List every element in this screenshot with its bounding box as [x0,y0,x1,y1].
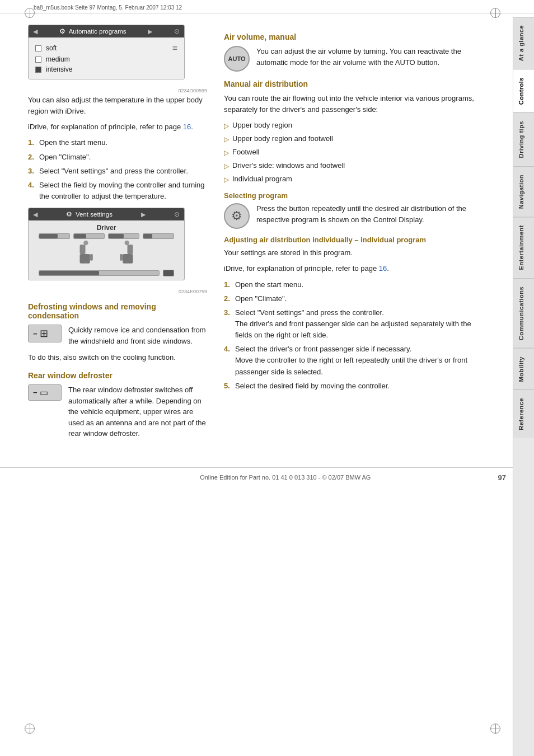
air-item-2: ▷ Upper body region and footwell [224,133,485,144]
prog-label-intensive: intensive [46,65,72,73]
selecting-program-icon-row: ⚙ Press the button repeatedly until the … [224,203,485,229]
page-link-16-top[interactable]: 16 [183,123,191,131]
sidebar-tab-driving-tips[interactable]: Driving tips [513,112,534,166]
adjusting-heading: Adjusting air distribution individually … [224,236,485,244]
vent-nav-arrow-left: ◀ [33,211,38,218]
intro-text: You can also adjust the temperature in t… [28,95,207,117]
svg-rect-4 [123,254,133,264]
left-column: ◀ ⚙ Automatic programs ▶ ⊙ soft ≡ [28,25,207,445]
page-wrapper: ba8_m5us.book Seite 97 Montag, 5. Februa… [0,0,534,756]
air-item-4: ▷ Driver's side: windows and footwell [224,160,485,171]
vent-slider-4[interactable] [143,233,174,239]
air-volume-text: You can adjust the air volume by turning… [256,46,485,68]
adjusting-step-4: 4. Select the driver's or front passenge… [224,344,485,377]
svg-rect-0 [80,254,90,264]
auto-programs-screen: ◀ ⚙ Automatic programs ▶ ⊙ soft ≡ [28,25,185,79]
prog-label-medium: medium [46,55,70,63]
adjusting-step-5: 5. Select the desired field by moving th… [224,381,485,392]
vent-slider-1[interactable] [39,233,70,239]
manual-air-intro: You can route the air flowing out into t… [224,93,485,115]
auto-programs-header: ◀ ⚙ Automatic programs ▶ ⊙ [29,25,184,37]
vent-slider-5[interactable] [39,270,159,276]
vent-settings-body: Driver [29,220,184,280]
adjusting-intro2: iDrive, for explanation of principle, re… [224,263,485,274]
sidebar-tab-communications[interactable]: Communications [513,278,534,348]
seat-figures [76,240,137,268]
step-2-left: 2. Open "Climate". [28,152,207,163]
crosshair-bl [25,724,35,734]
selecting-program-heading: Selecting program [224,191,485,200]
rear-defroster-icon-row: − ▭ The rear window defroster switches o… [28,384,207,439]
sidebar-tab-mobility[interactable]: Mobility [513,348,534,390]
page-number: 97 [498,473,506,482]
file-info: ba8_m5us.book Seite 97 Montag, 5. Februa… [0,0,534,13]
air-volume-icon-row: AUTO You can adjust the air volume by tu… [224,46,485,72]
selecting-program-text: Press the button repeatedly until the de… [256,203,485,225]
prog-label-soft: soft [46,44,57,52]
svg-rect-3 [90,254,93,261]
defrosting-extra-text: To do this, also switch on the cooling f… [28,352,207,363]
sidebar-tab-navigation[interactable]: Navigation [513,166,534,217]
vent-nav-arrow-right: ▶ [141,211,146,218]
auto-programs-body: soft ≡ medium intensive [29,37,184,79]
adjusting-step-3: 3. Select "Vent settings" and press the … [224,307,485,341]
rear-defroster-heading: Rear window defroster [28,371,207,380]
defrosting-icon-row: − ⊞ Quickly remove ice and condensation … [28,325,207,346]
checkbox-soft[interactable] [35,45,41,51]
image-label-2: 0234E00759 [28,289,207,294]
vent-settings-title: Vent settings [76,211,113,218]
vent-control-block [163,270,174,276]
main-content: ◀ ⚙ Automatic programs ▶ ⊙ soft ≡ [0,13,513,456]
sidebar-tab-entertainment[interactable]: Entertainment [513,217,534,278]
defrosting-text: Quickly remove ice and condensation from… [68,325,207,346]
vent-slider-2[interactable] [73,233,105,239]
auto-label: AUTO [228,55,246,62]
defrosting-heading: Defrosting windows and removing condensa… [28,302,207,320]
adjusting-intro1: Your settings are stored in this program… [224,247,485,259]
page-footer: Online Edition for Part no. 01 41 0 013 … [0,467,534,493]
rear-minus: − [33,388,38,397]
vent-slider-3[interactable] [108,233,139,239]
steps-list-left: 1. Open the start menu. 2. Open "Climate… [28,137,207,202]
prog-item-soft: soft ≡ [35,42,177,54]
crosshair-br [490,724,500,734]
svg-point-2 [83,241,88,245]
rear-defroster-icon: − ▭ [28,384,62,401]
footer-copyright: Online Edition for Part no. 01 41 0 013 … [200,474,371,481]
prog-item-intensive: intensive [35,64,177,74]
vent-settings-screen: ◀ ⚙ Vent settings ▶ ⊙ Driver [28,208,185,280]
defrost-grid-icon: ⊞ [40,327,48,340]
step-1-left: 1. Open the start menu. [28,137,207,148]
gear-icon: ⚙ [59,27,65,35]
svg-rect-1 [80,245,86,255]
svg-point-6 [125,241,129,245]
svg-rect-7 [120,254,123,261]
air-item-5: ▷ Individual program [224,173,485,185]
step-4-left: 4. Select the field by moving the contro… [28,180,207,202]
manual-air-heading: Manual air distribution [224,79,485,88]
prog-item-medium: medium [35,54,177,64]
defrost-icon: − ⊞ [28,325,62,342]
vent-sliders-bottom [39,270,174,276]
sidebar-tab-at-a-glance[interactable]: At a glance [513,17,534,69]
crosshair-tr [490,8,500,18]
defrost-minus: − [33,330,38,338]
vent-settings-header: ◀ ⚙ Vent settings ▶ ⊙ [29,208,184,220]
crosshair-tl [25,8,35,18]
two-column-layout: ◀ ⚙ Automatic programs ▶ ⊙ soft ≡ [28,25,485,445]
page-link-16-bottom[interactable]: 16 [379,264,387,273]
auto-button-icon: AUTO [224,46,250,72]
checkbox-intensive[interactable] [35,67,41,73]
rear-grid-icon: ▭ [40,387,48,398]
air-volume-heading: Air volume, manual [224,32,485,41]
program-gear-icon: ⚙ [231,209,242,223]
image-label-1: 0234D00599 [28,88,207,93]
adjusting-step-2: 2. Open "Climate". [224,293,485,304]
vent-gear-icon: ⚙ [66,210,72,218]
svg-rect-5 [128,245,133,255]
step-3-left: 3. Select "Vent settings" and press the … [28,166,207,177]
sidebar-tab-reference[interactable]: Reference [513,389,534,438]
rear-defroster-text: The rear window defroster switches off a… [68,384,207,439]
checkbox-medium[interactable] [35,57,41,63]
sidebar-tab-controls[interactable]: Controls [513,69,534,112]
